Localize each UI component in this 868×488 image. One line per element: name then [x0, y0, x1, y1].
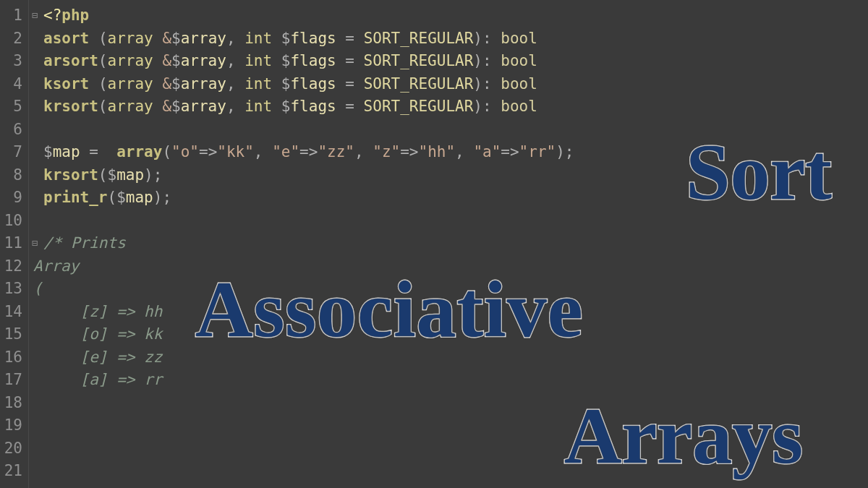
line-number-gutter: 1 2 3 4 5 6 7 8 9 10 11 12 13 14 15 16 1…	[0, 0, 29, 488]
code-line	[43, 392, 868, 415]
code-line: Array	[43, 255, 868, 278]
code-line	[43, 460, 868, 483]
line-number: 6	[3, 119, 22, 142]
line-number: 15	[3, 323, 22, 346]
code-line: [z] => hh	[43, 301, 868, 324]
line-number: 8	[3, 164, 22, 187]
line-number: 21	[3, 460, 22, 483]
line-number: 14	[3, 301, 22, 324]
code-line: (	[43, 278, 868, 301]
line-number: 19	[3, 414, 22, 437]
code-line: krsort(array &$array, int $flags = SORT_…	[43, 95, 868, 119]
code-line: [o] => kk	[43, 323, 868, 346]
code-line: $map = array("o"=>"kk", "e"=>"zz", "z"=>…	[43, 141, 868, 164]
line-number: 5	[3, 95, 22, 119]
code-line: <?php	[43, 4, 868, 27]
fold-toggle-icon[interactable]: ⊟	[29, 4, 41, 27]
code-line: [e] => zz	[43, 346, 868, 369]
line-number: 17	[3, 369, 22, 392]
line-number: 2	[3, 27, 22, 51]
fold-column: ⊟ ⊟	[29, 0, 41, 488]
code-line	[43, 119, 868, 142]
code-line: krsort($map);	[43, 164, 868, 187]
code-line: [a] => rr	[43, 369, 868, 392]
line-number: 16	[3, 346, 22, 369]
code-editor: 1 2 3 4 5 6 7 8 9 10 11 12 13 14 15 16 1…	[0, 0, 868, 488]
code-line	[43, 437, 868, 461]
line-number: 12	[3, 255, 22, 278]
line-number: 9	[3, 187, 22, 210]
fold-toggle-icon[interactable]: ⊟	[29, 232, 41, 255]
code-area[interactable]: <?php asort (array &$array, int $flags =…	[41, 0, 868, 488]
line-number: 7	[3, 141, 22, 164]
code-line: asort (array &$array, int $flags = SORT_…	[43, 27, 868, 51]
line-number: 10	[3, 210, 22, 233]
code-line: /* Prints	[43, 232, 868, 255]
line-number: 3	[3, 50, 22, 73]
line-number: 13	[3, 278, 22, 301]
line-number: 11	[3, 232, 22, 255]
code-line: print_r($map);	[43, 187, 868, 210]
line-number: 20	[3, 437, 22, 461]
line-number: 1	[3, 4, 22, 27]
code-line	[43, 414, 868, 437]
code-line: arsort(array &$array, int $flags = SORT_…	[43, 50, 868, 73]
code-line	[43, 210, 868, 233]
line-number: 18	[3, 392, 22, 415]
code-line: ksort (array &$array, int $flags = SORT_…	[43, 73, 868, 96]
line-number: 4	[3, 73, 22, 96]
